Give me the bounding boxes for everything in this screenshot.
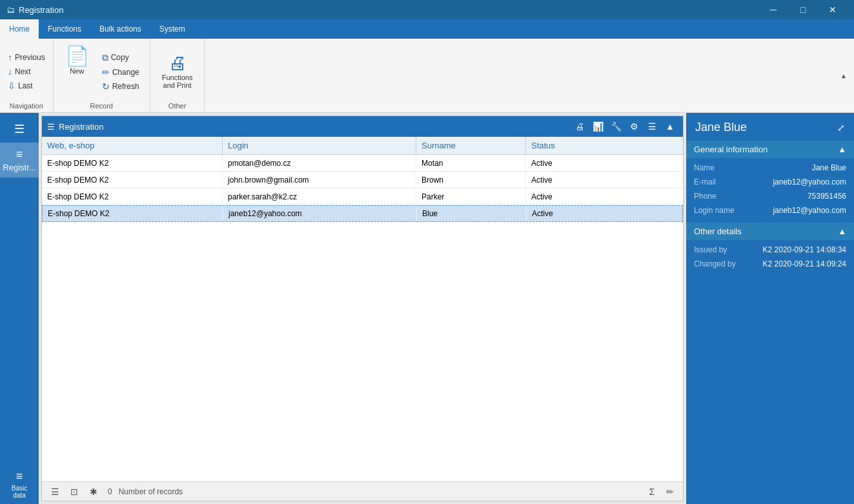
cell-login: pmotan@demo.cz (223, 155, 416, 171)
maximize-button[interactable]: □ (788, 0, 818, 19)
change-button[interactable]: ✏ Change (98, 66, 143, 79)
refresh-button[interactable]: ↻ Refresh (98, 80, 143, 93)
left-sidebar: ☰ ≡ Registr... ≡ Basic data (0, 113, 39, 504)
field-phone-value: 753951456 (752, 192, 846, 201)
other-label: Other (168, 102, 187, 110)
section-header-general[interactable]: General information ▲ (686, 141, 854, 158)
bottom-bar: ☰ ⊡ ✱ 0 Number of records Σ ✏ (42, 481, 683, 501)
main-layout: ☰ ≡ Registr... ≡ Basic data ☰ Registrati… (0, 113, 854, 504)
title-bar-left: 🗂 Registration (6, 5, 63, 15)
grid-print-button[interactable]: 🖨 (572, 119, 587, 134)
field-phone-label: Phone (694, 192, 752, 201)
grid-collapse-button[interactable]: ▲ (662, 119, 678, 134)
functions-print-button[interactable]: 🖨 Functions and Print (157, 52, 198, 92)
menu-item-system[interactable]: System (150, 19, 194, 39)
cell-surname: Parker (416, 188, 526, 205)
table-row[interactable]: E-shop DEMO K2 john.brown@gmail.com Brow… (42, 172, 683, 188)
field-email: E-mail janeb12@yahoo.com (686, 175, 854, 189)
field-phone: Phone 753951456 (686, 189, 854, 203)
grid-settings-button[interactable]: ⚙ (626, 119, 642, 134)
field-email-label: E-mail (694, 177, 752, 186)
sidebar-item-basic-data[interactable]: ≡ Basic data (0, 465, 39, 504)
grid-container: ☰ Registration 🖨 📊 🔧 ⚙ ☰ ▲ Web, e-shop (41, 116, 684, 501)
cell-status: Active (526, 155, 683, 171)
section-header-other[interactable]: Other details ▲ (686, 223, 854, 240)
sidebar-item-registr[interactable]: ≡ Registr... (0, 143, 39, 177)
ribbon-group-record: 📄 New ⧉ Copy ✏ Change ↻ Refresh Record (54, 39, 150, 112)
minimize-button[interactable]: ─ (758, 0, 788, 19)
navigation-label: Navigation (4, 102, 49, 110)
cell-status: Active (527, 206, 682, 221)
content-area: ☰ Registration 🖨 📊 🔧 ⚙ ☰ ▲ Web, e-shop (39, 113, 686, 504)
last-button[interactable]: ⇩ Last (4, 79, 49, 92)
field-changed-by-value: K2 2020-09-21 14:09:24 (752, 259, 846, 268)
menu-bar: Home Functions Bulk actions System (0, 19, 854, 39)
section-content-other: Issued by K2 2020-09-21 14:08:34 Changed… (686, 240, 854, 274)
edit-button[interactable]: ✏ (662, 484, 678, 499)
cell-web: E-shop DEMO K2 (42, 188, 223, 205)
next-button[interactable]: ↓ Next (4, 65, 49, 78)
grid-chart-button[interactable]: 📊 (590, 119, 605, 134)
close-button[interactable]: ✕ (818, 0, 848, 19)
field-changed-by-label: Changed by (694, 259, 752, 268)
ribbon-collapse-button[interactable]: ▲ (837, 69, 850, 82)
field-login-name-value: janeb12@yahoo.com (752, 206, 846, 215)
menu-item-functions[interactable]: Functions (39, 19, 90, 39)
title-bar: 🗂 Registration ─ □ ✕ (0, 0, 854, 19)
table-row[interactable]: E-shop DEMO K2 parker.sarah@k2.cz Parker… (42, 188, 683, 205)
cell-login: parker.sarah@k2.cz (223, 188, 416, 205)
col-header-status[interactable]: Status (526, 137, 683, 154)
cell-surname: Blue (417, 206, 527, 221)
section-general-collapse-icon: ▲ (838, 145, 846, 154)
title-bar-controls: ─ □ ✕ (758, 0, 848, 19)
grid-column-headers: Web, e-shop Login Surname Status (42, 137, 683, 155)
refresh-icon: ↻ (102, 81, 110, 92)
field-login-name-label: Login name (694, 206, 752, 215)
ribbon-group-navigation: ↑ Previous ↓ Next ⇩ Last Navigation (0, 39, 54, 112)
hamburger-icon: ☰ (14, 122, 25, 136)
grid-view-button[interactable]: ☰ (47, 484, 63, 499)
functions-print-icon: 🖨 (168, 54, 187, 72)
new-button[interactable]: 📄 New (60, 44, 94, 77)
col-header-web[interactable]: Web, e-shop (42, 137, 223, 154)
grid-menu-button[interactable]: ☰ (644, 119, 660, 134)
cell-surname: Motan (416, 155, 526, 171)
field-issued-by-value: K2 2020-09-21 14:08:34 (752, 245, 846, 254)
new-icon: 📄 (65, 46, 89, 66)
col-header-login[interactable]: Login (223, 137, 416, 154)
sum-button[interactable]: Σ (644, 484, 660, 499)
grid-toolbar: 🖨 📊 🔧 ⚙ ☰ ▲ (572, 119, 678, 134)
right-panel-expand-button[interactable]: ⤢ (837, 123, 845, 133)
cell-login: john.brown@gmail.com (223, 172, 416, 188)
field-login-name: Login name janeb12@yahoo.com (686, 203, 854, 217)
menu-item-bulk-actions[interactable]: Bulk actions (90, 19, 150, 39)
next-icon: ↓ (8, 66, 12, 77)
table-row[interactable]: E-shop DEMO K2 janeb12@yahoo.com Blue Ac… (42, 205, 683, 222)
right-panel: Jane Blue ⤢ General information ▲ Name J… (686, 113, 854, 504)
registr-icon: ≡ (16, 148, 23, 161)
grid-filter-button[interactable]: 🔧 (608, 119, 624, 134)
app-icon: 🗂 (6, 5, 15, 15)
previous-button[interactable]: ↑ Previous (4, 51, 49, 64)
filter-count: 0 (108, 487, 112, 496)
col-header-surname[interactable]: Surname (416, 137, 526, 154)
grid-title-icon: ☰ (47, 122, 55, 132)
copy-button[interactable]: ⧉ Copy (98, 51, 143, 65)
field-name-value: Jane Blue (752, 163, 846, 172)
filter-active-button[interactable]: ⊡ (66, 484, 82, 499)
filter-settings-button[interactable]: ✱ (86, 484, 101, 499)
grid-title: ☰ Registration (47, 122, 103, 132)
sidebar-basic-data-label: Basic data (12, 485, 27, 499)
record-small-buttons: ⧉ Copy ✏ Change ↻ Refresh (98, 44, 143, 99)
menu-item-home[interactable]: Home (0, 19, 39, 39)
field-name: Name Jane Blue (686, 161, 854, 175)
table-row[interactable]: E-shop DEMO K2 pmotan@demo.cz Motan Acti… (42, 155, 683, 172)
previous-icon: ↑ (8, 52, 12, 63)
right-panel-header: Jane Blue ⤢ (686, 113, 854, 141)
section-other-label: Other details (694, 227, 742, 236)
ribbon-group-other: 🖨 Functions and Print Other (150, 39, 205, 112)
sidebar-item-menu[interactable]: ☰ (0, 117, 39, 143)
grid-header-bar: ☰ Registration 🖨 📊 🔧 ⚙ ☰ ▲ (42, 116, 683, 137)
section-content-general: Name Jane Blue E-mail janeb12@yahoo.com … (686, 158, 854, 220)
grid-scroll-area[interactable]: E-shop DEMO K2 pmotan@demo.cz Motan Acti… (42, 155, 683, 481)
